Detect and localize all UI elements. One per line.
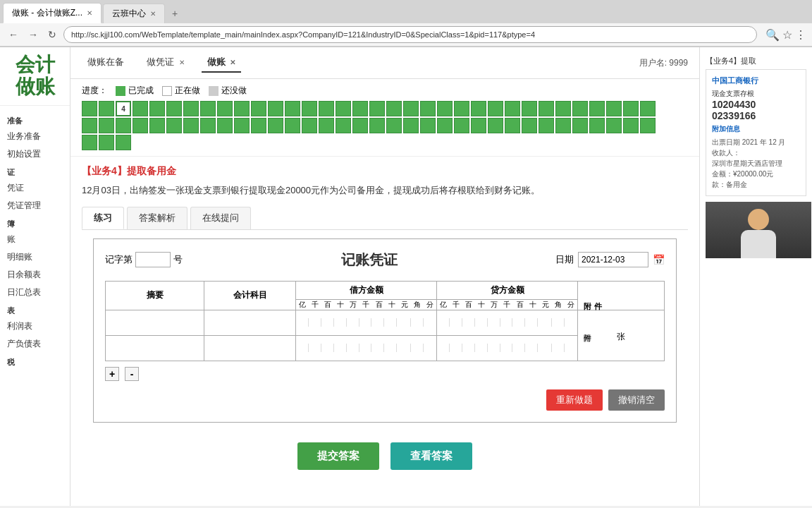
- credit-wan-1[interactable]: [488, 318, 500, 327]
- cell-r2-16[interactable]: [336, 118, 351, 133]
- cell-r2-25[interactable]: [488, 118, 503, 133]
- remove-row-button[interactable]: -: [125, 367, 139, 381]
- debit-wan-1[interactable]: [347, 318, 359, 327]
- cell-r2-23[interactable]: [454, 118, 469, 133]
- cell-r2-5[interactable]: [149, 118, 165, 133]
- tab-close-icon[interactable]: ✕: [87, 9, 92, 17]
- forward-button[interactable]: →: [25, 28, 41, 42]
- nav-tab-account[interactable]: 做账 ✕: [202, 53, 242, 73]
- summary-input-2[interactable]: [110, 343, 199, 353]
- credit-yuan-2[interactable]: [538, 344, 552, 352]
- debit-qian-2[interactable]: [309, 344, 321, 352]
- credit-shi-1[interactable]: [475, 318, 488, 327]
- tab-practice[interactable]: 练习: [82, 207, 124, 229]
- cell-r2-8[interactable]: [200, 118, 216, 133]
- cell-r2-11[interactable]: [251, 118, 266, 133]
- debit-bai2-2[interactable]: [371, 344, 384, 352]
- debit-bai-2[interactable]: [321, 344, 334, 352]
- summary-cell-1[interactable]: [106, 310, 204, 335]
- debit-cell-2[interactable]: [296, 335, 437, 361]
- sidebar-item-settings[interactable]: 初始设置: [0, 145, 70, 163]
- cell-r2-27[interactable]: [522, 118, 537, 133]
- account-input-1[interactable]: [209, 318, 291, 327]
- cell-r2-33[interactable]: [623, 118, 639, 133]
- cell-r2-30[interactable]: [572, 118, 588, 133]
- debit-yuan-1[interactable]: [397, 318, 411, 327]
- credit-qian-1[interactable]: [450, 318, 462, 327]
- cell-6[interactable]: [166, 101, 182, 116]
- cell-r3-1[interactable]: [82, 135, 97, 150]
- cell-5[interactable]: [149, 101, 165, 116]
- cell-1[interactable]: [82, 101, 97, 116]
- cell-4[interactable]: [133, 101, 148, 116]
- cancel-button[interactable]: 撤销清空: [608, 389, 665, 411]
- debit-qian-1[interactable]: [309, 318, 321, 327]
- credit-wan-2[interactable]: [488, 344, 500, 352]
- reset-button[interactable]: 重新做题: [546, 389, 603, 411]
- cell-27[interactable]: [522, 101, 537, 116]
- cell-r2-29[interactable]: [555, 118, 571, 133]
- cell-11[interactable]: [251, 101, 266, 116]
- cell-30[interactable]: [572, 101, 588, 116]
- tab-analysis[interactable]: 答案解析: [127, 207, 187, 229]
- credit-shi2-1[interactable]: [525, 318, 538, 327]
- credit-cell-2[interactable]: [437, 335, 578, 361]
- new-tab-button[interactable]: +: [166, 4, 183, 23]
- tab-active[interactable]: 做账 - 会计做账Z... ✕: [3, 3, 102, 23]
- add-row-button[interactable]: +: [105, 367, 119, 381]
- debit-fen-1[interactable]: [424, 318, 436, 327]
- debit-cell-1[interactable]: [296, 310, 437, 335]
- sidebar-item-voucher-mgmt[interactable]: 凭证管理: [0, 197, 70, 214]
- cell-26[interactable]: [505, 101, 520, 116]
- credit-bai2-1[interactable]: [512, 318, 525, 327]
- voucher-tab-close[interactable]: ✕: [179, 59, 185, 66]
- cell-3[interactable]: 4: [116, 101, 131, 116]
- cell-r2-13[interactable]: [285, 118, 300, 133]
- search-icon[interactable]: 🔍: [765, 28, 780, 42]
- cell-12[interactable]: [268, 101, 283, 116]
- cell-r2-28[interactable]: [539, 118, 554, 133]
- calendar-icon[interactable]: 📅: [653, 254, 665, 265]
- nav-tab-voucher[interactable]: 做凭证 ✕: [141, 53, 190, 73]
- debit-bai-1[interactable]: [321, 318, 334, 327]
- cell-r2-15[interactable]: [319, 118, 334, 133]
- cell-25[interactable]: [488, 101, 503, 116]
- cell-r2-22[interactable]: [437, 118, 453, 133]
- cell-r2-12[interactable]: [268, 118, 283, 133]
- cell-r2-32[interactable]: [606, 118, 622, 133]
- debit-shi-2[interactable]: [334, 344, 347, 352]
- cell-31[interactable]: [589, 101, 605, 116]
- cell-10[interactable]: [234, 101, 250, 116]
- cell-2[interactable]: [99, 101, 114, 116]
- star-icon[interactable]: ☆: [782, 28, 792, 42]
- tab-inactive[interactable]: 云班中心 ✕: [103, 4, 165, 23]
- cell-r2-10[interactable]: [234, 118, 250, 133]
- credit-qian2-2[interactable]: [500, 344, 513, 352]
- credit-jiao-2[interactable]: [552, 344, 565, 352]
- debit-qian2-1[interactable]: [359, 318, 372, 327]
- account-tab-close[interactable]: ✕: [230, 59, 235, 66]
- cell-18[interactable]: [369, 101, 385, 116]
- debit-shi2-1[interactable]: [384, 318, 397, 327]
- cell-r2-21[interactable]: [420, 118, 436, 133]
- debit-jiao-2[interactable]: [411, 344, 424, 352]
- credit-qian2-1[interactable]: [500, 318, 513, 327]
- debit-fen-2[interactable]: [424, 344, 436, 352]
- debit-wan-2[interactable]: [347, 344, 359, 352]
- cell-r2-34[interactable]: [640, 118, 656, 133]
- sidebar-item-prepare[interactable]: 业务准备: [0, 128, 70, 145]
- debit-yuan-2[interactable]: [397, 344, 411, 352]
- cell-24[interactable]: [471, 101, 486, 116]
- cell-r3-2[interactable]: [99, 135, 114, 150]
- cell-28[interactable]: [539, 101, 554, 116]
- summary-input-1[interactable]: [110, 318, 199, 327]
- cell-r2-20[interactable]: [403, 118, 419, 133]
- account-cell-2[interactable]: [204, 335, 296, 361]
- credit-yi-2[interactable]: [437, 344, 450, 352]
- cell-r2-4[interactable]: [133, 118, 148, 133]
- cell-r2-2[interactable]: [99, 118, 114, 133]
- account-cell-1[interactable]: [204, 310, 296, 335]
- cell-22[interactable]: [437, 101, 453, 116]
- submit-answer-button[interactable]: 提交答案: [297, 442, 379, 470]
- cell-r2-6[interactable]: [166, 118, 182, 133]
